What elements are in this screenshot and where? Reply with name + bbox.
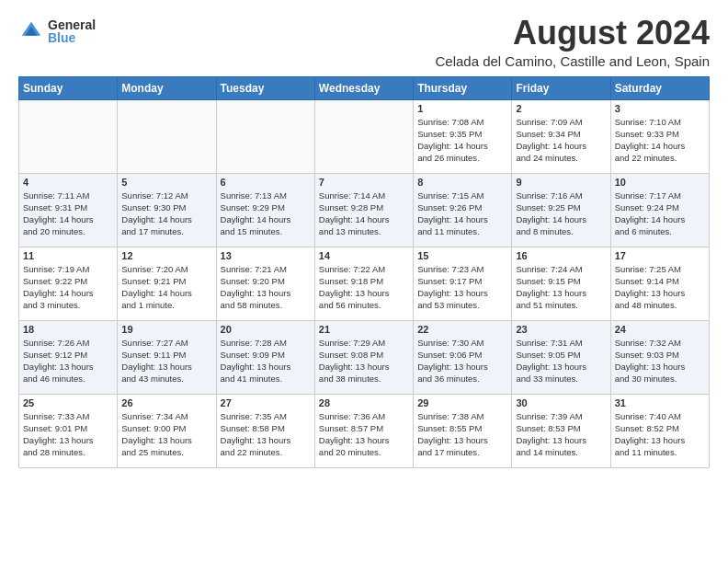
- day-info: Sunrise: 7:25 AM Sunset: 9:14 PM Dayligh…: [615, 263, 705, 312]
- calendar-header-wednesday: Wednesday: [314, 76, 413, 99]
- title-block: August 2024 Celada del Camino, Castille …: [435, 15, 710, 69]
- day-info: Sunrise: 7:20 AM Sunset: 9:21 PM Dayligh…: [121, 263, 211, 312]
- calendar-cell: 7Sunrise: 7:14 AM Sunset: 9:28 PM Daylig…: [314, 173, 413, 247]
- day-number: 6: [221, 177, 311, 188]
- calendar-header-friday: Friday: [512, 76, 610, 99]
- calendar-week-row: 11Sunrise: 7:19 AM Sunset: 9:22 PM Dayli…: [19, 247, 710, 320]
- calendar-cell: 20Sunrise: 7:28 AM Sunset: 9:09 PM Dayli…: [216, 320, 314, 394]
- day-number: 29: [417, 397, 507, 408]
- day-info: Sunrise: 7:39 AM Sunset: 8:53 PM Dayligh…: [516, 410, 606, 459]
- day-number: 21: [319, 324, 409, 335]
- day-number: 17: [615, 250, 705, 261]
- day-number: 23: [516, 324, 606, 335]
- calendar-cell: 9Sunrise: 7:16 AM Sunset: 9:25 PM Daylig…: [512, 173, 610, 247]
- day-number: 12: [121, 250, 211, 261]
- calendar-header-thursday: Thursday: [414, 76, 512, 99]
- day-number: 11: [23, 250, 113, 261]
- day-info: Sunrise: 7:29 AM Sunset: 9:08 PM Dayligh…: [319, 337, 409, 385]
- day-info: Sunrise: 7:09 AM Sunset: 9:34 PM Dayligh…: [516, 116, 606, 165]
- calendar-cell: 30Sunrise: 7:39 AM Sunset: 8:53 PM Dayli…: [512, 394, 610, 467]
- calendar-cell: 25Sunrise: 7:33 AM Sunset: 9:01 PM Dayli…: [19, 394, 118, 467]
- calendar-cell: 1Sunrise: 7:08 AM Sunset: 9:35 PM Daylig…: [414, 99, 512, 173]
- day-number: 26: [121, 397, 211, 408]
- calendar-week-row: 25Sunrise: 7:33 AM Sunset: 9:01 PM Dayli…: [19, 394, 710, 467]
- calendar-cell: 18Sunrise: 7:26 AM Sunset: 9:12 PM Dayli…: [19, 320, 118, 394]
- calendar-cell: [314, 99, 413, 173]
- calendar-cell: 15Sunrise: 7:23 AM Sunset: 9:17 PM Dayli…: [414, 247, 512, 320]
- day-number: 14: [319, 250, 409, 261]
- day-info: Sunrise: 7:19 AM Sunset: 9:22 PM Dayligh…: [23, 263, 113, 312]
- day-number: 5: [121, 177, 211, 188]
- day-number: 18: [23, 324, 113, 335]
- calendar-cell: 13Sunrise: 7:21 AM Sunset: 9:20 PM Dayli…: [216, 247, 314, 320]
- day-info: Sunrise: 7:12 AM Sunset: 9:30 PM Dayligh…: [121, 190, 211, 238]
- calendar-table: SundayMondayTuesdayWednesdayThursdayFrid…: [18, 76, 710, 468]
- day-number: 27: [221, 397, 311, 408]
- calendar-cell: 29Sunrise: 7:38 AM Sunset: 8:55 PM Dayli…: [414, 394, 512, 467]
- calendar-week-row: 18Sunrise: 7:26 AM Sunset: 9:12 PM Dayli…: [19, 320, 710, 394]
- calendar-cell: 17Sunrise: 7:25 AM Sunset: 9:14 PM Dayli…: [610, 247, 709, 320]
- day-info: Sunrise: 7:34 AM Sunset: 9:00 PM Dayligh…: [121, 410, 211, 459]
- calendar-cell: 27Sunrise: 7:35 AM Sunset: 8:58 PM Dayli…: [216, 394, 314, 467]
- day-info: Sunrise: 7:33 AM Sunset: 9:01 PM Dayligh…: [23, 410, 113, 459]
- day-info: Sunrise: 7:28 AM Sunset: 9:09 PM Dayligh…: [221, 337, 311, 385]
- day-number: 3: [615, 103, 705, 114]
- day-number: 28: [319, 397, 409, 408]
- day-info: Sunrise: 7:14 AM Sunset: 9:28 PM Dayligh…: [319, 190, 409, 238]
- calendar-cell: 23Sunrise: 7:31 AM Sunset: 9:05 PM Dayli…: [512, 320, 610, 394]
- logo-general-text: General: [48, 18, 96, 31]
- day-info: Sunrise: 7:16 AM Sunset: 9:25 PM Dayligh…: [516, 190, 606, 238]
- calendar-cell: 8Sunrise: 7:15 AM Sunset: 9:26 PM Daylig…: [414, 173, 512, 247]
- day-info: Sunrise: 7:30 AM Sunset: 9:06 PM Dayligh…: [417, 337, 507, 385]
- day-info: Sunrise: 7:21 AM Sunset: 9:20 PM Dayligh…: [221, 263, 311, 312]
- day-info: Sunrise: 7:24 AM Sunset: 9:15 PM Dayligh…: [516, 263, 606, 312]
- day-number: 24: [615, 324, 705, 335]
- day-info: Sunrise: 7:23 AM Sunset: 9:17 PM Dayligh…: [417, 263, 507, 312]
- calendar-header-sunday: Sunday: [19, 76, 118, 99]
- calendar-body: 1Sunrise: 7:08 AM Sunset: 9:35 PM Daylig…: [19, 99, 710, 467]
- month-title: August 2024: [435, 15, 710, 52]
- day-number: 31: [615, 397, 705, 408]
- day-number: 19: [121, 324, 211, 335]
- calendar-cell: [118, 99, 216, 173]
- calendar-cell: 12Sunrise: 7:20 AM Sunset: 9:21 PM Dayli…: [118, 247, 216, 320]
- day-number: 13: [221, 250, 311, 261]
- header: General Blue August 2024 Celada del Cami…: [18, 15, 710, 69]
- day-number: 22: [417, 324, 507, 335]
- calendar-cell: [19, 99, 118, 173]
- day-info: Sunrise: 7:27 AM Sunset: 9:11 PM Dayligh…: [121, 337, 211, 385]
- day-info: Sunrise: 7:15 AM Sunset: 9:26 PM Dayligh…: [417, 190, 507, 238]
- day-number: 4: [23, 177, 113, 188]
- calendar-cell: 2Sunrise: 7:09 AM Sunset: 9:34 PM Daylig…: [512, 99, 610, 173]
- day-number: 15: [417, 250, 507, 261]
- day-info: Sunrise: 7:17 AM Sunset: 9:24 PM Dayligh…: [615, 190, 705, 238]
- day-number: 25: [23, 397, 113, 408]
- calendar-cell: 19Sunrise: 7:27 AM Sunset: 9:11 PM Dayli…: [118, 320, 216, 394]
- calendar-cell: 10Sunrise: 7:17 AM Sunset: 9:24 PM Dayli…: [610, 173, 709, 247]
- calendar-cell: 22Sunrise: 7:30 AM Sunset: 9:06 PM Dayli…: [414, 320, 512, 394]
- calendar-cell: 26Sunrise: 7:34 AM Sunset: 9:00 PM Dayli…: [118, 394, 216, 467]
- day-number: 8: [417, 177, 507, 188]
- day-info: Sunrise: 7:10 AM Sunset: 9:33 PM Dayligh…: [615, 116, 705, 165]
- calendar-cell: 5Sunrise: 7:12 AM Sunset: 9:30 PM Daylig…: [118, 173, 216, 247]
- day-info: Sunrise: 7:11 AM Sunset: 9:31 PM Dayligh…: [23, 190, 113, 238]
- calendar-week-row: 1Sunrise: 7:08 AM Sunset: 9:35 PM Daylig…: [19, 99, 710, 173]
- calendar-header-saturday: Saturday: [610, 76, 709, 99]
- calendar-week-row: 4Sunrise: 7:11 AM Sunset: 9:31 PM Daylig…: [19, 173, 710, 247]
- day-number: 7: [319, 177, 409, 188]
- day-info: Sunrise: 7:08 AM Sunset: 9:35 PM Dayligh…: [417, 116, 507, 165]
- calendar-header-tuesday: Tuesday: [216, 76, 314, 99]
- calendar-cell: 3Sunrise: 7:10 AM Sunset: 9:33 PM Daylig…: [610, 99, 709, 173]
- logo-icon: [18, 18, 44, 44]
- day-number: 30: [516, 397, 606, 408]
- calendar-cell: 14Sunrise: 7:22 AM Sunset: 9:18 PM Dayli…: [314, 247, 413, 320]
- location-title: Celada del Camino, Castille and Leon, Sp…: [435, 53, 710, 69]
- day-info: Sunrise: 7:31 AM Sunset: 9:05 PM Dayligh…: [516, 337, 606, 385]
- calendar-cell: 31Sunrise: 7:40 AM Sunset: 8:52 PM Dayli…: [610, 394, 709, 467]
- day-number: 2: [516, 103, 606, 114]
- day-number: 20: [221, 324, 311, 335]
- logo-blue-text: Blue: [48, 31, 96, 44]
- calendar-cell: 21Sunrise: 7:29 AM Sunset: 9:08 PM Dayli…: [314, 320, 413, 394]
- calendar-cell: 11Sunrise: 7:19 AM Sunset: 9:22 PM Dayli…: [19, 247, 118, 320]
- day-number: 16: [516, 250, 606, 261]
